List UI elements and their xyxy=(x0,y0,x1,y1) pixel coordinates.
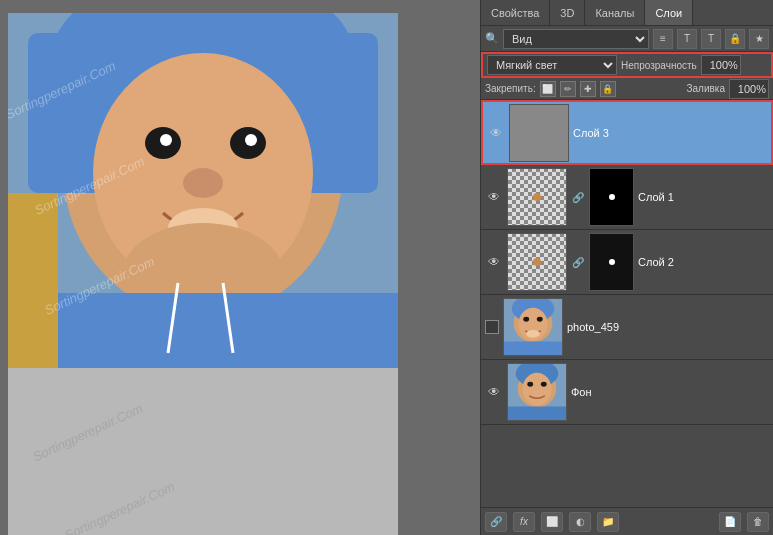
tab-properties[interactable]: Свойства xyxy=(481,0,550,25)
eye-icon-layer3[interactable]: 👁 xyxy=(487,124,505,142)
layer-thumb-background xyxy=(507,363,567,421)
layer-mask-layer2 xyxy=(589,233,634,291)
layers-search-row: 🔍 Вид ≡ T T 🔒 ★ xyxy=(481,26,773,52)
svg-point-26 xyxy=(523,317,529,322)
tab-channels[interactable]: Каналы xyxy=(585,0,645,25)
layers-panel: Свойства 3D Каналы Слои 🔍 Вид ≡ T T 🔒 ★ … xyxy=(480,0,773,535)
layer-row-photo459[interactable]: photo_459 xyxy=(481,295,773,360)
layer-thumb-photo459 xyxy=(503,298,563,356)
blend-mode-select[interactable]: Мягкий свет xyxy=(487,55,617,75)
lock-row: Закрепить: ⬜ ✏ ✚ 🔒 Заливка xyxy=(481,78,773,100)
lock-all-icon[interactable]: 🔒 xyxy=(600,81,616,97)
svg-text:Sortingperepair.Com: Sortingperepair.Com xyxy=(62,479,177,535)
main-canvas-photo: Sortingperepair.Com Sortingperepair.Com … xyxy=(8,13,398,368)
layer-name-photo459: photo_459 xyxy=(567,321,769,333)
eye-icon-background[interactable]: 👁 xyxy=(485,383,503,401)
svg-rect-36 xyxy=(508,407,566,421)
fill-label: Заливка xyxy=(687,83,726,94)
canvas-area: Sortingperepair.Com Sortingperepair.Com … xyxy=(0,0,480,535)
opacity-input[interactable] xyxy=(701,55,741,75)
visibility-checkbox-photo459[interactable] xyxy=(485,320,499,334)
tab-layers[interactable]: Слои xyxy=(645,0,693,25)
lock-icon-btn[interactable]: 🔒 xyxy=(725,29,745,49)
lock-paint-icon[interactable]: ✏ xyxy=(560,81,576,97)
layer-thumb-layer2 xyxy=(507,233,567,291)
view-select[interactable]: Вид xyxy=(503,29,649,49)
layer-thumb-layer1 xyxy=(507,168,567,226)
svg-point-28 xyxy=(526,330,540,338)
layers-list: 👁 Слой 3 👁 🔗 Слой 1 👁 xyxy=(481,100,773,470)
svg-point-34 xyxy=(527,382,533,387)
panel-menu-icon[interactable]: ≡ xyxy=(653,29,673,49)
layer-row-layer3[interactable]: 👁 Слой 3 xyxy=(481,100,773,165)
lock-transparent-icon[interactable]: ⬜ xyxy=(540,81,556,97)
fx-button[interactable]: fx xyxy=(513,512,535,532)
canvas-lower-gray: Sortingperepair.Com Sortingperepair.Com xyxy=(8,368,398,535)
blend-mode-row: Мягкий свет Непрозрачность xyxy=(481,52,773,78)
baby-photo-svg: Sortingperepair.Com Sortingperepair.Com … xyxy=(8,13,398,368)
lock-label: Закрепить: xyxy=(485,83,536,94)
layer-row-layer2[interactable]: 👁 🔗 Слой 2 xyxy=(481,230,773,295)
svg-point-8 xyxy=(160,134,172,146)
link-layers-button[interactable]: 🔗 xyxy=(485,512,507,532)
layer-row-background[interactable]: 👁 Фон xyxy=(481,360,773,425)
layer-name-layer2: Слой 2 xyxy=(638,256,769,268)
svg-point-9 xyxy=(245,134,257,146)
lock-position-icon[interactable]: ✚ xyxy=(580,81,596,97)
fill-input[interactable] xyxy=(729,79,769,99)
layer-name-background: Фон xyxy=(571,386,769,398)
svg-point-10 xyxy=(183,168,223,198)
svg-point-35 xyxy=(541,382,547,387)
layer-name-layer1: Слой 1 xyxy=(638,191,769,203)
svg-point-27 xyxy=(537,317,543,322)
text-icon[interactable]: T xyxy=(677,29,697,49)
layer-name-layer3: Слой 3 xyxy=(573,127,767,139)
star-icon[interactable]: ★ xyxy=(749,29,769,49)
svg-rect-29 xyxy=(504,342,562,356)
delete-layer-button[interactable]: 🗑 xyxy=(747,512,769,532)
layer-mask-layer1 xyxy=(589,168,634,226)
panel-tabs: Свойства 3D Каналы Слои xyxy=(481,0,773,26)
link-icon-layer2: 🔗 xyxy=(571,257,585,268)
tab-3d[interactable]: 3D xyxy=(550,0,585,25)
eye-icon-layer2[interactable]: 👁 xyxy=(485,253,503,271)
type-icon[interactable]: T xyxy=(701,29,721,49)
adjustments-button[interactable]: ◐ xyxy=(569,512,591,532)
layers-bottom-toolbar: 🔗 fx ⬜ ◐ 📁 📄 🗑 xyxy=(481,507,773,535)
eye-icon-layer1[interactable]: 👁 xyxy=(485,188,503,206)
new-layer-button[interactable]: 📄 xyxy=(719,512,741,532)
svg-point-33 xyxy=(523,373,552,406)
link-icon-layer1: 🔗 xyxy=(571,192,585,203)
search-icon: 🔍 xyxy=(485,32,499,45)
layer-thumb-layer3 xyxy=(509,104,569,162)
layer-row-layer1[interactable]: 👁 🔗 Слой 1 xyxy=(481,165,773,230)
opacity-label: Непрозрачность xyxy=(621,60,697,71)
svg-text:Sortingperepair.Com: Sortingperepair.Com xyxy=(30,400,145,464)
new-group-button[interactable]: 📁 xyxy=(597,512,619,532)
add-mask-button[interactable]: ⬜ xyxy=(541,512,563,532)
svg-rect-16 xyxy=(8,193,58,368)
canvas-lower-watermarks: Sortingperepair.Com Sortingperepair.Com xyxy=(8,368,398,535)
